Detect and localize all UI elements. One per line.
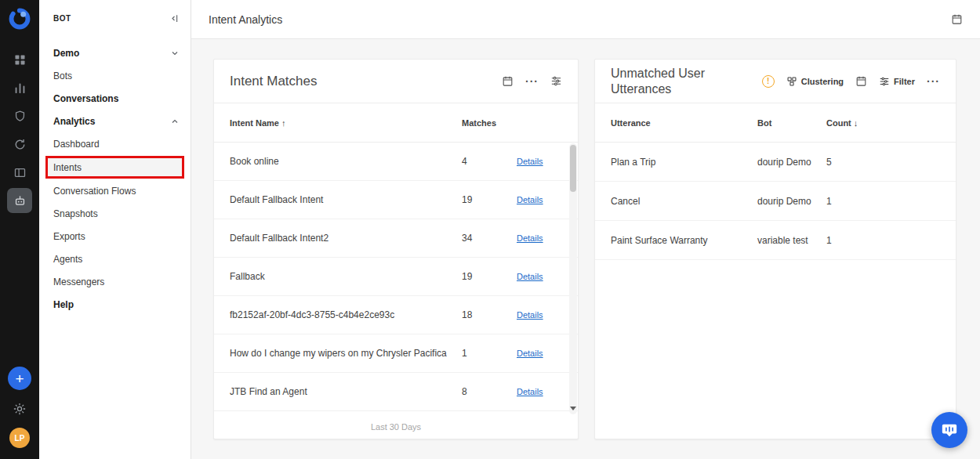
more-options-icon[interactable]: ··· xyxy=(927,76,940,87)
chat-bubble-icon xyxy=(941,421,958,439)
sidebar-item-messengers[interactable]: Messengers xyxy=(39,270,191,293)
filter-sliders-icon[interactable] xyxy=(550,75,562,87)
details-link[interactable]: Details xyxy=(517,272,543,281)
content-area: Intent Matches ··· Intent Name↑ Matches xyxy=(191,39,980,459)
table-row: How do I change my wipers on my Chrysler… xyxy=(214,334,578,373)
sidebar-item-analytics[interactable]: Analytics xyxy=(39,110,191,132)
intent-matches-column-headers: Intent Name↑ Matches xyxy=(214,103,578,143)
chevron-down-icon xyxy=(170,49,180,58)
user-avatar[interactable]: LP xyxy=(9,428,30,448)
table-row: Fallback 19 Details xyxy=(214,258,578,296)
scroll-down-arrow-icon[interactable] xyxy=(570,403,576,413)
app-rail: + LP xyxy=(0,0,39,459)
unmatched-rows: Plan a Trip dourip Demo 5 Cancel dourip … xyxy=(595,143,956,439)
calendar-icon[interactable] xyxy=(951,13,963,25)
unmatched-utterances-card: Unmatched User Utterances ! Clustering F… xyxy=(594,59,956,439)
brand-logo-icon[interactable] xyxy=(9,8,31,30)
calendar-icon[interactable] xyxy=(502,75,514,87)
chat-launcher-button[interactable] xyxy=(931,412,967,448)
apps-grid-icon[interactable] xyxy=(7,47,32,72)
sidebar-item-exports[interactable]: Exports xyxy=(39,225,191,248)
table-row: fb2152af-20bf-4dc3-8755-c4b4e2ce93c 18 D… xyxy=(214,296,578,334)
column-intent-name[interactable]: Intent Name↑ xyxy=(230,118,462,128)
page-title: Intent Analytics xyxy=(209,13,282,26)
sidebar-item-help[interactable]: Help xyxy=(39,293,191,316)
sync-icon[interactable] xyxy=(7,132,32,157)
table-row: Plan a Trip dourip Demo 5 xyxy=(595,143,956,182)
column-matches[interactable]: Matches xyxy=(462,118,517,128)
sidebar-item-agents[interactable]: Agents xyxy=(39,248,191,270)
details-link[interactable]: Details xyxy=(517,310,543,320)
table-row: Paint Surface Warranty variable test 1 xyxy=(595,221,956,260)
sidebar-item-snapshots[interactable]: Snapshots xyxy=(39,202,191,225)
vertical-scrollbar[interactable] xyxy=(569,143,577,414)
more-options-icon[interactable]: ··· xyxy=(525,76,539,87)
sidebar-item-bots[interactable]: Bots xyxy=(39,64,191,87)
main-area: Intent Analytics Intent Matches ··· xyxy=(191,0,980,459)
top-header: Intent Analytics xyxy=(191,0,980,39)
settings-gear-icon[interactable] xyxy=(13,402,27,416)
scrollbar-thumb[interactable] xyxy=(570,145,576,192)
unmatched-column-headers: Utterance Bot Count↓ xyxy=(595,103,956,143)
collapse-sidebar-icon[interactable] xyxy=(169,13,180,24)
column-utterance[interactable]: Utterance xyxy=(611,118,757,128)
sidebar-item-conversations[interactable]: Conversations xyxy=(39,87,191,110)
table-row: Cancel dourip Demo 1 xyxy=(595,182,956,221)
table-row: Default Fallback Intent2 34 Details xyxy=(214,219,578,258)
add-button[interactable]: + xyxy=(8,367,31,390)
column-count[interactable]: Count↓ xyxy=(826,118,940,128)
table-row: JTB Find an Agent 8 Details xyxy=(214,373,578,411)
intent-matches-card: Intent Matches ··· Intent Name↑ Matches xyxy=(213,59,579,439)
bar-chart-icon[interactable] xyxy=(7,75,32,100)
sidebar-item-intents[interactable]: Intents xyxy=(45,156,184,179)
clustering-button[interactable]: Clustering xyxy=(786,76,844,87)
sidebar-item-demo[interactable]: Demo xyxy=(39,42,191,64)
details-link[interactable]: Details xyxy=(517,349,543,358)
table-row: Default Fallback Intent 19 Details xyxy=(214,181,578,219)
unmatched-title: Unmatched User Utterances xyxy=(611,66,728,97)
date-range-label: Last 30 Days xyxy=(214,415,578,439)
calendar-icon[interactable] xyxy=(855,75,867,87)
sidebar-item-dashboard[interactable]: Dashboard xyxy=(39,132,191,155)
filter-button[interactable]: Filter xyxy=(879,76,915,87)
workspace-label: BOT xyxy=(53,14,71,23)
intent-matches-rows: Book online 4 Details Default Fallback I… xyxy=(214,143,578,415)
panels-icon[interactable] xyxy=(7,160,32,185)
chevron-up-icon xyxy=(170,117,180,126)
intent-matches-title: Intent Matches xyxy=(230,74,318,89)
details-link[interactable]: Details xyxy=(517,233,543,243)
table-row: Book online 4 Details xyxy=(214,143,578,181)
shield-icon[interactable] xyxy=(7,103,32,128)
sort-desc-icon: ↓ xyxy=(854,118,858,128)
sort-asc-icon: ↑ xyxy=(281,118,286,128)
warning-icon[interactable]: ! xyxy=(762,75,775,88)
bot-analytics-icon[interactable] xyxy=(7,188,32,213)
details-link[interactable]: Details xyxy=(517,195,543,204)
details-link[interactable]: Details xyxy=(517,157,543,166)
rail-bottom: + LP xyxy=(8,367,31,448)
details-link[interactable]: Details xyxy=(517,387,543,396)
column-bot[interactable]: Bot xyxy=(757,118,826,128)
sidebar: BOT Demo Bots Conversations Analytics Da… xyxy=(39,0,191,459)
sidebar-item-conversation-flows[interactable]: Conversation Flows xyxy=(39,179,191,202)
